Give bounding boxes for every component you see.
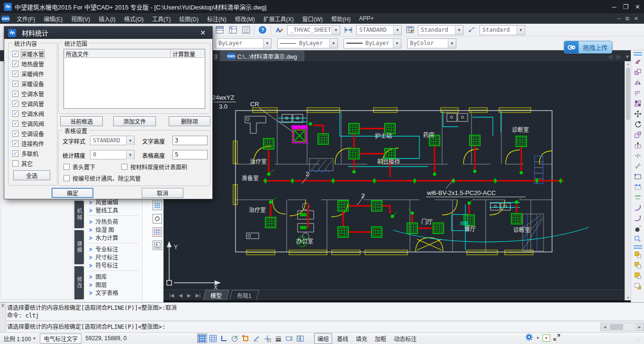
menu-draw[interactable]: 绘图(D) bbox=[175, 14, 202, 24]
table-style-select[interactable]: Standard▼ bbox=[418, 25, 463, 35]
rectangle-icon[interactable] bbox=[632, 171, 644, 182]
canvas-vertical-scrollbar[interactable]: ▲ ▼ bbox=[625, 61, 631, 300]
help-icon[interactable]: ? bbox=[257, 25, 268, 35]
fullscreen-icon[interactable] bbox=[553, 334, 561, 343]
menu-express[interactable]: 扩展工具(X) bbox=[260, 14, 298, 24]
checkbox-ac-water-valve[interactable]: ✓空调水阀 bbox=[9, 109, 57, 119]
command-grip[interactable]: x bbox=[0, 303, 6, 333]
fill-toggle[interactable]: 填充 bbox=[353, 334, 370, 344]
checkbox-ac-damper[interactable]: ✓空调风阀 bbox=[9, 119, 57, 129]
checkbox-by-thickness[interactable]: 按材料厚度统计表面积 bbox=[118, 162, 187, 172]
settings-dropdown-icon[interactable]: ▼ bbox=[536, 336, 540, 340]
baseline-toggle[interactable]: 基线 bbox=[334, 334, 351, 344]
dynamic-dim-toggle[interactable]: 动态标注 bbox=[391, 334, 419, 344]
linetype-control[interactable]: ByLayer▼ bbox=[277, 38, 338, 48]
menu-format[interactable]: 格式(O) bbox=[120, 14, 147, 24]
polar-toggle-icon[interactable] bbox=[230, 334, 240, 343]
minimize-button[interactable]: ─ bbox=[612, 3, 616, 10]
drawing-canvas[interactable]: 治疗室 准备室 护士站 前台接待 药房 诊断室 治疗室 办公室 门厅 餐厅 诊断… bbox=[163, 61, 625, 289]
precision-select[interactable]: 0▼ bbox=[90, 150, 135, 159]
erase-icon[interactable] bbox=[632, 56, 644, 67]
maximize-button[interactable]: ❐ bbox=[623, 3, 628, 10]
text-style-icon[interactable]: A bbox=[274, 25, 284, 35]
dialog-close-icon[interactable]: ✕ bbox=[197, 29, 209, 37]
menu-dimension[interactable]: 标注(N) bbox=[203, 14, 230, 24]
hatch-icon[interactable] bbox=[153, 201, 162, 210]
palette-item-hydraulic[interactable]: >水力计算 bbox=[84, 233, 142, 242]
sheet-list-icon[interactable] bbox=[241, 25, 251, 35]
ok-button[interactable]: 确定 bbox=[52, 188, 93, 198]
mdi-minimize-button[interactable]: ─ bbox=[617, 16, 621, 22]
add-file-button[interactable]: 添加文件 bbox=[113, 116, 156, 126]
next-tab-icon[interactable]: ▶ bbox=[185, 293, 193, 298]
sheet-view-icon[interactable] bbox=[227, 25, 238, 35]
menu-window[interactable]: 窗口(W) bbox=[299, 14, 327, 24]
checkbox-ac-equipment[interactable]: ✓空调设备 bbox=[9, 129, 57, 139]
chevron-down-icon[interactable]: ▼ bbox=[126, 136, 134, 145]
group-toggle[interactable]: 编组 bbox=[314, 333, 332, 344]
draworder-above-icon[interactable] bbox=[632, 270, 644, 281]
command-horizontal-scrollbar[interactable]: ◀ ▶ bbox=[600, 323, 644, 331]
checkbox-ac-duct[interactable]: ✓空调风管 bbox=[9, 99, 57, 109]
menu-view[interactable]: 视图(V) bbox=[67, 14, 94, 24]
lineweight-toggle-icon[interactable] bbox=[273, 334, 283, 343]
current-selection-button[interactable]: 当前框选 bbox=[60, 116, 103, 126]
drag-upload-button[interactable]: 拖拽上传 bbox=[564, 41, 612, 54]
column-selected-files[interactable]: 所选文件 bbox=[64, 49, 171, 57]
text-height-input[interactable] bbox=[172, 136, 208, 145]
chevron-down-icon[interactable]: ▼ bbox=[126, 150, 134, 159]
explode-icon[interactable] bbox=[632, 223, 644, 234]
palette-item-psychrometric[interactable]: >焓湿 图 bbox=[84, 225, 142, 233]
draworder-back-icon[interactable] bbox=[632, 260, 644, 270]
chevron-down-icon[interactable]: ▼ bbox=[329, 39, 337, 48]
dialog-title-bar[interactable]: 材料统计 ✕ bbox=[4, 27, 212, 39]
scrollbar-thumb[interactable] bbox=[626, 68, 630, 120]
palette-item-load[interactable]: >冷热负荷 bbox=[84, 217, 142, 225]
chamfer-icon[interactable] bbox=[632, 203, 644, 213]
checkbox-connectors[interactable]: ✓连接构件 bbox=[9, 139, 57, 149]
bold-toggle[interactable]: 加粗 bbox=[372, 334, 389, 344]
current-text-style[interactable]: 电气标注文字 bbox=[40, 334, 82, 344]
table-text-style-select[interactable]: STANDARD▼ bbox=[90, 136, 135, 145]
command-prompt[interactable]: 请选择要统计的内容后按确定[选取闭合PLINE(P)]<整张图>: bbox=[7, 323, 165, 331]
gear-icon[interactable] bbox=[525, 333, 533, 343]
chevron-down-icon[interactable]: ▼ bbox=[332, 26, 340, 35]
rotate-icon[interactable] bbox=[632, 119, 644, 130]
ducs-toggle-icon[interactable] bbox=[263, 334, 272, 343]
delete-item-button[interactable]: 删除项 bbox=[169, 116, 210, 126]
palette-item-dim-annotate[interactable]: >尺寸标注 bbox=[84, 253, 142, 261]
palette-item-pipe-tools[interactable]: >管线工具 bbox=[84, 206, 142, 214]
text-style-select[interactable]: _THVAC_SHEET▼ bbox=[287, 25, 340, 35]
color-control[interactable]: ByLayer▼ bbox=[216, 38, 272, 48]
palette-item-symbol-annotate[interactable]: >符号标注 bbox=[84, 261, 142, 269]
chevron-down-icon[interactable]: ▼ bbox=[393, 26, 401, 35]
stretch-icon[interactable] bbox=[632, 140, 644, 150]
palette-item-layers[interactable]: >图层 bbox=[84, 280, 142, 288]
scale-control[interactable]: 比例 1:100▼ bbox=[0, 335, 40, 343]
close-button[interactable]: ✕ bbox=[635, 3, 640, 10]
checkbox-other[interactable]: 其它 bbox=[9, 158, 57, 168]
match-properties-icon[interactable] bbox=[632, 234, 644, 244]
table-style-icon[interactable] bbox=[405, 25, 415, 35]
menu-modify[interactable]: 修改(M) bbox=[231, 14, 259, 24]
palette-tab-mechanical[interactable]: 机械 bbox=[74, 201, 84, 228]
menu-file[interactable]: 文件(F) bbox=[13, 14, 39, 24]
checkbox-heating-valve[interactable]: ✓采暖阀件 bbox=[9, 69, 57, 79]
cancel-button[interactable]: 取消 bbox=[142, 188, 183, 198]
select-all-button[interactable]: 全选 bbox=[13, 170, 50, 180]
checkbox-floor-coil[interactable]: ✓地热盘管 bbox=[9, 59, 57, 69]
dim-style-icon[interactable] bbox=[343, 25, 354, 35]
palette-tab-modify[interactable]: 修改 bbox=[74, 266, 84, 299]
tab-scroll-left-icon[interactable]: ◁ bbox=[608, 54, 612, 59]
menu-edit[interactable]: 编辑(E) bbox=[40, 14, 66, 24]
mleader-style-icon[interactable] bbox=[466, 25, 477, 35]
chevron-down-icon[interactable]: ▼ bbox=[263, 39, 271, 48]
scroll-right-icon[interactable]: ▶ bbox=[635, 323, 644, 331]
sheet-set-icon[interactable] bbox=[214, 25, 225, 35]
tab-model[interactable]: 模型 bbox=[203, 290, 229, 300]
tab-scroll-right-icon[interactable]: ▷ bbox=[617, 54, 620, 59]
scrollbar-thumb[interactable] bbox=[610, 324, 623, 330]
plot-style-control[interactable]: ByColor▼ bbox=[407, 38, 456, 48]
dynamic-input-toggle-icon[interactable] bbox=[284, 334, 294, 343]
checkbox-ac-water-pipe[interactable]: ✓空调水管 bbox=[9, 89, 57, 99]
